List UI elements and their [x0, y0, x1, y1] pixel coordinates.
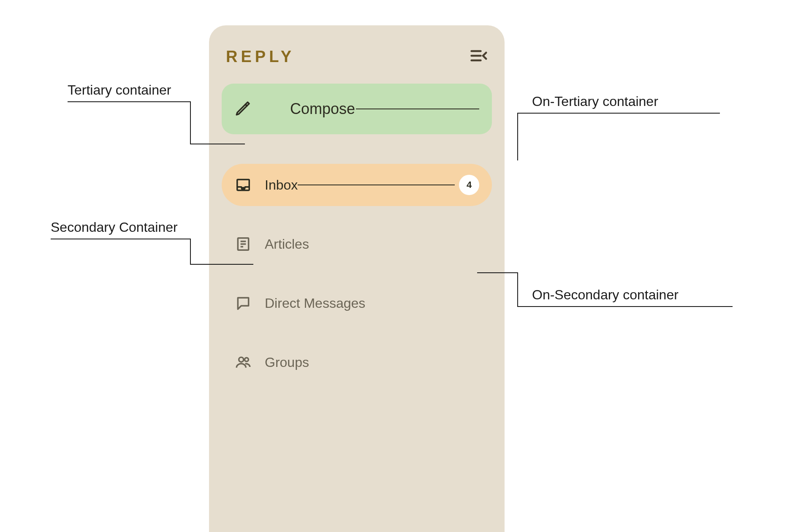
leader-line — [517, 113, 720, 114]
nav-item-groups[interactable]: Groups — [222, 341, 492, 383]
leader-line — [51, 239, 190, 239]
menu-collapse-icon[interactable] — [469, 46, 488, 67]
compose-label: Compose — [290, 100, 355, 118]
nav-item-dm[interactable]: Direct Messages — [222, 282, 492, 324]
svg-point-9 — [239, 357, 244, 362]
navigation-drawer: REPLY Compose Inbox — [209, 25, 505, 532]
annotation-secondary: Secondary Container — [51, 220, 178, 235]
inbox-badge: 4 — [459, 175, 479, 195]
compose-button[interactable]: Compose — [222, 84, 492, 134]
nav-label-articles: Articles — [265, 236, 309, 252]
leader-line — [517, 272, 518, 306]
connector-line — [356, 109, 479, 109]
nav-item-articles[interactable]: Articles — [222, 223, 492, 265]
svg-line-3 — [245, 104, 247, 106]
app-title: REPLY — [226, 48, 295, 66]
drawer-header: REPLY — [222, 46, 492, 84]
annotation-on-tertiary: On-Tertiary container — [532, 94, 658, 109]
nav-label-dm: Direct Messages — [265, 296, 365, 311]
leader-line — [517, 306, 733, 307]
leader-line — [190, 239, 191, 264]
pencil-icon — [234, 99, 252, 119]
leader-line — [190, 144, 245, 144]
svg-point-10 — [244, 358, 248, 361]
nav-item-inbox[interactable]: Inbox 4 — [222, 164, 492, 206]
nav-label-inbox: Inbox — [265, 177, 298, 193]
leader-line — [517, 113, 518, 160]
annotation-tertiary: Tertiary container — [68, 82, 171, 98]
chat-icon — [234, 295, 252, 311]
leader-line — [190, 101, 191, 144]
nav-label-groups: Groups — [265, 355, 309, 370]
leader-line — [190, 264, 253, 265]
inbox-icon — [234, 177, 252, 193]
connector-line — [298, 185, 455, 185]
leader-line — [477, 272, 517, 273]
leader-line — [68, 101, 190, 102]
annotation-on-secondary: On-Secondary container — [532, 287, 679, 303]
group-icon — [234, 354, 252, 370]
article-icon — [234, 236, 252, 252]
